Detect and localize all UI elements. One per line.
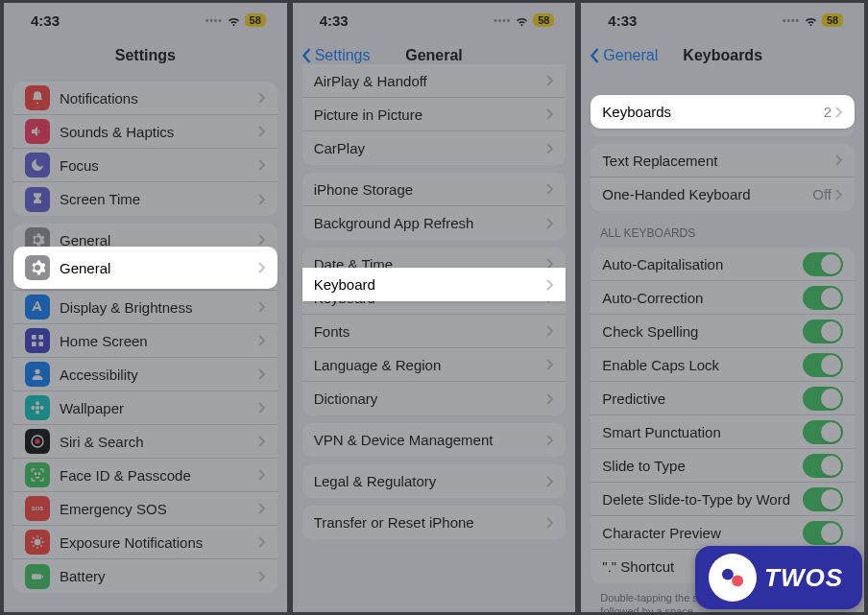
- row-label: Auto-Correction: [602, 290, 803, 306]
- general-row[interactable]: Dictionary: [302, 382, 567, 415]
- row-label: iPhone Storage: [314, 181, 547, 198]
- status-indicators: •••• 58: [783, 13, 843, 28]
- page-title: Keyboards: [683, 47, 762, 64]
- general-row[interactable]: Transfer or Reset iPhone: [302, 506, 567, 539]
- general-row[interactable]: VPN & Device Management: [302, 423, 567, 457]
- row-label: Home Screen: [60, 333, 258, 349]
- keyboards-toggle-row[interactable]: Character Preview: [591, 516, 855, 550]
- settings-row[interactable]: Wallpaper: [13, 391, 277, 425]
- general-row[interactable]: Picture in Picture: [302, 98, 567, 131]
- settings-row[interactable]: Screen Time: [13, 182, 277, 216]
- speaker-icon: [25, 119, 50, 144]
- battery-icon: [25, 564, 50, 589]
- row-label: Siri & Search: [60, 434, 258, 450]
- toggle-switch[interactable]: [803, 319, 843, 343]
- row-label: Predictive: [602, 390, 803, 407]
- chevron-right-icon: [258, 402, 266, 414]
- row-label: One-Handed Keyboard: [602, 186, 812, 202]
- virus-icon: [25, 530, 50, 555]
- chevron-right-icon: [258, 436, 266, 447]
- settings-row[interactable]: Face ID & Passcode: [13, 459, 277, 492]
- row-label: Language & Region: [314, 357, 547, 373]
- row-label: Smart Punctuation: [602, 424, 803, 440]
- toggle-switch[interactable]: [803, 521, 843, 545]
- twos-logo-text: TWOS: [764, 563, 843, 593]
- toggle-switch[interactable]: [803, 353, 843, 377]
- settings-row[interactable]: Home Screen: [13, 324, 277, 358]
- keyboards-row-keyboards[interactable]: Keyboards 2: [591, 95, 855, 129]
- toggle-switch[interactable]: [803, 454, 843, 478]
- general-row[interactable]: Legal & Regulatory: [302, 464, 567, 498]
- chevron-right-icon: [546, 218, 554, 229]
- toggle-switch[interactable]: [803, 252, 843, 276]
- general-row-keyboard[interactable]: Keyboard: [302, 268, 567, 301]
- status-bar: 4:33 •••• 58: [293, 3, 576, 37]
- row-label: Check Spelling: [602, 323, 803, 340]
- chevron-right-icon: [258, 571, 266, 582]
- keyboards-toggle-row[interactable]: Auto-Correction: [591, 281, 855, 315]
- sos-icon: SOS: [25, 496, 50, 521]
- cellular-dots-icon: ••••: [205, 15, 223, 26]
- settings-row[interactable]: Sounds & Haptics: [13, 115, 277, 149]
- cellular-dots-icon: ••••: [494, 15, 511, 26]
- back-button[interactable]: Settings: [301, 47, 371, 64]
- settings-row-general[interactable]: General: [13, 247, 277, 289]
- settings-row[interactable]: Notifications: [13, 82, 277, 115]
- chevron-right-icon: [258, 368, 266, 380]
- chevron-right-icon: [835, 154, 843, 166]
- chevron-right-icon: [258, 469, 266, 481]
- keyboards-row[interactable]: Text Replacement: [591, 144, 855, 177]
- general-row[interactable]: Language & Region: [302, 348, 567, 382]
- settings-row[interactable]: Exposure Notifications: [13, 526, 277, 559]
- toggle-switch[interactable]: [803, 387, 843, 411]
- row-label: Wallpaper: [60, 400, 258, 416]
- row-label: Text Replacement: [602, 153, 835, 169]
- keyboards-toggle-row[interactable]: Auto-Capitalisation: [591, 248, 855, 281]
- chevron-right-icon: [546, 476, 554, 487]
- hourglass-icon: [25, 187, 50, 212]
- general-row[interactable]: Fonts: [302, 315, 567, 348]
- row-label: Fonts: [314, 323, 547, 340]
- general-row[interactable]: CarPlay: [302, 131, 567, 165]
- svg-point-4: [35, 369, 39, 374]
- general-row[interactable]: Background App Refresh: [302, 206, 567, 240]
- chevron-right-icon: [546, 359, 554, 370]
- svg-point-15: [35, 539, 41, 546]
- keyboards-toggle-row[interactable]: Predictive: [591, 382, 855, 415]
- settings-row[interactable]: SOSEmergency SOS: [13, 492, 277, 526]
- grid-icon: [25, 328, 50, 353]
- general-row[interactable]: AirPlay & Handoff: [302, 64, 567, 98]
- battery-level-badge: 58: [822, 13, 843, 27]
- row-label: Enable Caps Lock: [602, 357, 803, 373]
- keyboards-row[interactable]: One-Handed KeyboardOff: [591, 177, 855, 211]
- settings-row[interactable]: Battery: [13, 559, 277, 593]
- keyboards-toggle-row[interactable]: Slide to Type: [591, 449, 855, 483]
- keyboards-toggle-row[interactable]: Smart Punctuation: [591, 415, 855, 449]
- svg-rect-17: [42, 575, 43, 578]
- chevron-right-icon: [546, 143, 554, 154]
- settings-row[interactable]: Siri & Search: [13, 425, 277, 459]
- toggle-switch[interactable]: [803, 286, 843, 310]
- person-icon: [25, 362, 50, 387]
- keyboards-toggle-row[interactable]: Delete Slide-to-Type by Word: [591, 483, 855, 516]
- svg-point-5: [36, 406, 39, 410]
- chevron-right-icon: [258, 536, 266, 548]
- page-title: General: [405, 47, 463, 64]
- general-row[interactable]: iPhone Storage: [302, 173, 567, 206]
- chevron-right-icon: [546, 108, 554, 120]
- settings-row[interactable]: Focus: [13, 149, 277, 182]
- status-time: 4:33: [320, 12, 349, 29]
- settings-row[interactable]: Accessibility: [13, 358, 277, 391]
- wifi-icon: [515, 13, 529, 28]
- toggle-switch[interactable]: [803, 420, 843, 444]
- toggle-switch[interactable]: [803, 487, 843, 511]
- keyboards-toggle-row[interactable]: Check Spelling: [591, 315, 855, 348]
- back-button[interactable]: General: [589, 47, 658, 64]
- battery-level-badge: 58: [245, 13, 266, 27]
- settings-row[interactable]: Display & Brightness: [13, 291, 277, 324]
- keyboards-toggle-row[interactable]: Enable Caps Lock: [591, 348, 855, 382]
- svg-point-20: [732, 575, 743, 586]
- settings-row-label: General: [60, 260, 258, 276]
- twos-logo-badge: TWOS: [695, 546, 862, 609]
- chevron-right-icon: [546, 183, 554, 195]
